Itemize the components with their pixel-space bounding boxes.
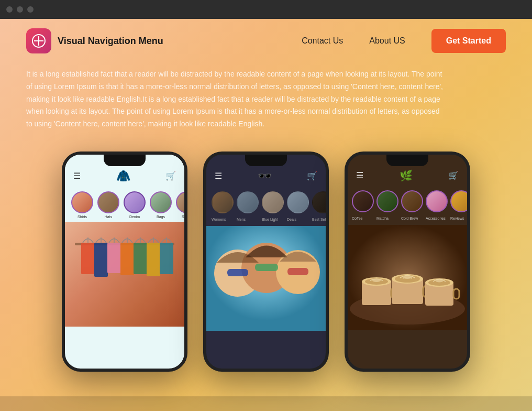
coffee-categories: Coffee Matcha Cold Brew Accessories <box>348 187 467 225</box>
coffee-image-svg <box>348 225 467 330</box>
phone-clothing: ☰ 🧥 🛒 Shirts Hats Denim <box>62 152 187 372</box>
cat-circle-coffee <box>352 190 374 212</box>
clothing-logo-icon: 🧥 <box>116 169 130 183</box>
svg-rect-7 <box>94 243 108 277</box>
sunglasses-categories: Womens Mens Blue Light Deals <box>206 188 326 226</box>
cat-circle-hats <box>97 191 119 213</box>
nav-link-contact[interactable]: Contact Us <box>302 36 343 46</box>
hero-body-text: It is a long established fact that a rea… <box>0 63 471 146</box>
cat-label-coffee: Coffee <box>352 217 363 220</box>
category-shirts[interactable]: Shirts <box>71 191 93 219</box>
nav-brand: Visual Navigation Menu <box>26 28 163 53</box>
nav-link-about[interactable]: About US <box>369 36 405 46</box>
category-coldbrew[interactable]: Cold Brew <box>401 190 423 222</box>
phone-sunglasses: ☰ 🕶️ 🛒 Womens Mens Blue Light <box>203 152 329 372</box>
cat-label-accessories: Accessories <box>426 217 446 220</box>
category-hats[interactable]: Hats <box>97 191 119 219</box>
clothing-categories: Shirts Hats Denim Bags <box>65 188 184 222</box>
cat-circle-accessories <box>426 190 448 212</box>
cart-icon-sunglasses: 🛒 <box>307 171 317 181</box>
category-shoes[interactable]: Shoes <box>176 191 184 219</box>
clothing-product-image <box>65 222 184 327</box>
phone-clothing-header: ☰ 🧥 🛒 <box>65 155 184 188</box>
nav-links: Contact Us About US Get Started <box>302 29 506 53</box>
clothing-rack <box>65 222 184 327</box>
cat-label-matcha: Matcha <box>376 217 389 220</box>
svg-point-38 <box>403 276 412 279</box>
category-womens[interactable]: Womens <box>212 191 234 223</box>
coffee-leaf-logo: 🌿 <box>400 169 413 182</box>
cat-label-shirts: Shirts <box>77 215 87 219</box>
cat-label-reviews: Reviews <box>450 217 464 220</box>
nav-logo <box>26 28 51 53</box>
cat-circle-denim <box>124 191 146 213</box>
cat-circle-mens <box>237 191 259 213</box>
cart-icon: 🛒 <box>165 171 176 181</box>
cat-label-shoes: Shoes <box>182 215 184 219</box>
clothing-rack-svg <box>70 224 180 324</box>
phone-coffee: ☰ 🌿 🛒 Coffee Matcha Cold Brew <box>345 152 470 372</box>
cat-circle-coldbrew <box>401 190 423 212</box>
cat-label-mens: Mens <box>237 218 246 221</box>
category-bags[interactable]: Bags <box>150 191 172 219</box>
cat-label-womens: Womens <box>212 218 226 221</box>
phone-coffee-header: ☰ 🌿 🛒 <box>348 155 467 187</box>
cat-circle-bluelight <box>262 191 284 213</box>
cat-circle-shoes <box>176 191 184 213</box>
sunglasses-logo: 🕶️ <box>258 169 272 183</box>
cat-label-bags: Bags <box>157 215 165 219</box>
category-mens[interactable]: Mens <box>237 191 259 223</box>
cat-circle-matcha <box>376 190 398 212</box>
svg-rect-15 <box>147 243 160 276</box>
browser-dot-minimize <box>17 6 23 13</box>
category-bluelight[interactable]: Blue Light <box>262 191 284 223</box>
cat-label-denim: Denim <box>129 215 140 219</box>
coffee-product-image <box>348 225 467 330</box>
svg-rect-17 <box>160 243 173 274</box>
menu-icon-coffee: ☰ <box>356 170 363 180</box>
svg-rect-22 <box>227 269 248 276</box>
category-bestsellers[interactable]: Best Sellers <box>312 191 326 223</box>
nav-brand-name: Visual Navigation Menu <box>58 36 163 47</box>
sunglasses-image-svg <box>206 226 326 331</box>
browser-dot-close <box>6 6 13 13</box>
svg-point-44 <box>436 279 443 282</box>
navbar: Visual Navigation Menu Contact Us About … <box>0 19 532 63</box>
cat-circle-bags <box>150 191 172 213</box>
get-started-button[interactable]: Get Started <box>431 29 506 53</box>
category-matcha[interactable]: Matcha <box>376 190 398 222</box>
cat-circle-womens <box>212 191 234 213</box>
svg-rect-13 <box>134 243 147 274</box>
category-accessories[interactable]: Accessories <box>426 190 448 222</box>
menu-icon: ☰ <box>73 171 81 181</box>
svg-point-32 <box>372 279 381 282</box>
category-reviews[interactable]: Reviews <box>450 190 467 222</box>
menu-icon-sunglasses: ☰ <box>215 171 222 181</box>
phones-container: ☰ 🧥 🛒 Shirts Hats Denim <box>0 152 532 372</box>
svg-rect-24 <box>287 268 308 275</box>
sunglasses-product-image <box>206 226 326 331</box>
category-denim[interactable]: Denim <box>124 191 146 219</box>
svg-rect-9 <box>107 243 121 273</box>
cat-label-bluelight: Blue Light <box>262 218 278 221</box>
svg-rect-23 <box>255 264 278 271</box>
phone-sunglasses-header: ☰ 🕶️ 🛒 <box>206 155 326 188</box>
cat-circle-shirts <box>71 191 93 213</box>
browser-chrome <box>0 0 532 19</box>
cat-label-coldbrew: Cold Brew <box>401 217 418 220</box>
category-coffee[interactable]: Coffee <box>352 190 374 222</box>
cat-circle-deals <box>287 191 309 213</box>
category-deals[interactable]: Deals <box>287 191 309 223</box>
bottom-bar <box>0 396 532 411</box>
cart-icon-coffee: 🛒 <box>448 170 459 180</box>
cat-circle-bestsellers <box>312 191 326 213</box>
cat-label-hats: Hats <box>105 215 112 219</box>
svg-rect-11 <box>120 243 134 275</box>
page-wrapper: Visual Navigation Menu Contact Us About … <box>0 19 532 411</box>
svg-rect-5 <box>81 243 95 274</box>
browser-dot-maximize <box>27 6 34 13</box>
cat-label-bestsellers: Best Sellers <box>312 218 326 221</box>
cat-circle-reviews <box>450 190 467 212</box>
cat-label-deals: Deals <box>287 218 296 221</box>
